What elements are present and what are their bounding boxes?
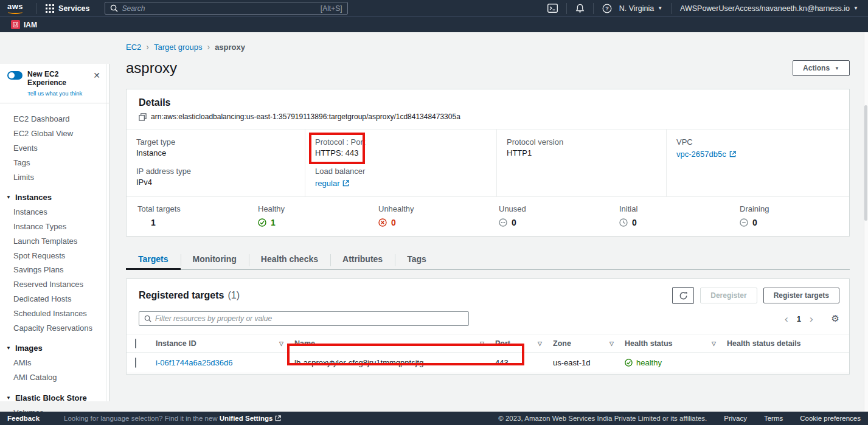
- load-balancer-link[interactable]: regular: [315, 179, 349, 188]
- terms-link[interactable]: Terms: [764, 415, 783, 422]
- target-group-arn: arn:aws:elasticloadbalancing:us-east-1:3…: [151, 112, 460, 121]
- previous-page-icon[interactable]: ‹: [785, 314, 788, 324]
- register-targets-button[interactable]: Register targets: [763, 288, 839, 303]
- sidebar-item-ec2-global-view[interactable]: EC2 Global View: [0, 126, 109, 141]
- sidebar-item-spot-requests[interactable]: Spot Requests: [0, 248, 109, 263]
- sidebar-item-tags[interactable]: Tags: [0, 155, 109, 170]
- vpc-link[interactable]: vpc-2657db5c: [676, 150, 736, 159]
- search-input[interactable]: [122, 4, 321, 13]
- healthy-count: 1: [271, 218, 276, 227]
- column-header-zone: Zone: [553, 339, 571, 348]
- breadcrumb-current: asproxy: [215, 43, 245, 52]
- sidebar-section-elastic-block-store[interactable]: ▼ Elastic Block Store: [0, 390, 109, 406]
- top-navigation-bar: aws Services [Alt+S]: [0, 0, 868, 32]
- field-label: Target type: [136, 137, 295, 147]
- close-icon[interactable]: ✕: [91, 70, 103, 81]
- scrollbar-thumb[interactable]: [864, 105, 867, 221]
- initial-clock-icon: [619, 218, 628, 227]
- new-experience-title: New EC2 Experience: [27, 70, 91, 87]
- filter-icon[interactable]: ▽: [710, 339, 717, 348]
- sidebar-item-limits[interactable]: Limits: [0, 170, 109, 184]
- table-settings-gear-icon[interactable]: ⚙: [832, 313, 839, 324]
- row-checkbox[interactable]: [135, 358, 136, 368]
- privacy-link[interactable]: Privacy: [724, 415, 747, 422]
- target-type-value: Instance: [136, 148, 295, 157]
- sidebar-item-instance-types[interactable]: Instance Types: [0, 219, 109, 234]
- sidebar-item-ami-catalog[interactable]: AMI Catalog: [0, 370, 109, 385]
- breadcrumb-ec2[interactable]: EC2: [126, 43, 141, 52]
- targets-filter-input[interactable]: [155, 314, 464, 323]
- copy-icon[interactable]: [139, 113, 147, 121]
- sidebar-item-scheduled-instances[interactable]: Scheduled Instances: [0, 306, 109, 320]
- total-targets-count: 1: [151, 218, 156, 227]
- healthy-check-icon: [625, 359, 633, 367]
- draining-minus-icon: [740, 218, 748, 227]
- instance-id-link[interactable]: i-06f1744a6a25d36d6: [156, 358, 233, 367]
- health-status-cell: healthy: [636, 358, 662, 367]
- window-scrollbar[interactable]: [864, 32, 868, 412]
- field-label: Protocol : Port: [315, 137, 487, 147]
- region-selector[interactable]: N. Virginia ▼: [616, 4, 666, 13]
- services-menu-button[interactable]: Services: [42, 4, 93, 13]
- aws-logo[interactable]: aws: [7, 3, 23, 14]
- tab-tags[interactable]: Tags: [395, 250, 439, 269]
- account-menu[interactable]: AWSPowerUserAccess/navaneeth.kn@harness.…: [676, 4, 862, 13]
- notifications-bell-button[interactable]: [572, 4, 588, 13]
- target-zone-cell: us-east-1d: [553, 358, 590, 367]
- target-group-tabs: Targets Monitoring Health checks Attribu…: [126, 250, 850, 270]
- details-heading: Details: [127, 89, 849, 108]
- chevron-down-icon: ▼: [6, 345, 11, 351]
- registered-targets-title: Registered targets: [139, 290, 224, 301]
- sidebar-item-ec2-dashboard[interactable]: EC2 Dashboard: [0, 112, 109, 126]
- search-shortcut-hint: [Alt+S]: [321, 4, 342, 13]
- sidebar-item-instances[interactable]: Instances: [0, 205, 109, 219]
- sidebar-item-amis[interactable]: AMIs: [0, 356, 109, 370]
- sidebar-item-reserved-instances[interactable]: Reserved Instances: [0, 277, 109, 292]
- select-all-checkbox[interactable]: [135, 339, 136, 348]
- breadcrumb-target-groups[interactable]: Target groups: [154, 43, 203, 52]
- chevron-down-icon: ▼: [6, 195, 11, 200]
- new-experience-toggle[interactable]: [7, 71, 23, 80]
- tab-health-checks[interactable]: Health checks: [249, 250, 330, 269]
- cookie-preferences-link[interactable]: Cookie preferences: [800, 415, 861, 422]
- stat-label: Unhealthy: [378, 204, 488, 213]
- sidebar-section-instances[interactable]: ▼ Instances: [0, 189, 109, 205]
- feedback-button[interactable]: Feedback: [7, 415, 40, 422]
- refresh-button[interactable]: [672, 287, 694, 304]
- current-page-number[interactable]: 1: [797, 314, 801, 323]
- console-footer: Feedback Looking for language selection?…: [0, 412, 868, 425]
- deregister-button[interactable]: Deregister: [700, 288, 757, 303]
- external-link-icon: [275, 415, 281, 421]
- filter-icon[interactable]: ▽: [536, 339, 543, 348]
- filter-icon[interactable]: ▽: [278, 339, 285, 348]
- unused-count: 0: [512, 218, 516, 227]
- breadcrumb: EC2 › Target groups › asproxy: [126, 42, 850, 52]
- filter-icon[interactable]: ▽: [608, 339, 615, 348]
- sidebar-item-launch-templates[interactable]: Launch Templates: [0, 233, 109, 248]
- global-search-box[interactable]: [Alt+S]: [105, 2, 348, 15]
- unified-settings-link[interactable]: Unified Settings: [220, 415, 273, 422]
- registered-targets-count: (1): [228, 290, 240, 301]
- divider: [36, 3, 37, 14]
- tab-monitoring[interactable]: Monitoring: [181, 250, 249, 269]
- next-page-icon[interactable]: ›: [810, 314, 813, 324]
- favorite-service-iam[interactable]: IAM: [11, 20, 37, 29]
- filter-icon[interactable]: ▽: [479, 339, 485, 348]
- stat-label: Healthy: [258, 204, 367, 213]
- sidebar-section-images[interactable]: ▼ Images: [0, 340, 109, 356]
- feedback-link[interactable]: Tell us what you think: [27, 90, 82, 97]
- sidebar-item-savings-plans[interactable]: Savings Plans: [0, 263, 109, 277]
- copyright-text: © 2023, Amazon Web Services India Privat…: [498, 415, 707, 422]
- cloudshell-button[interactable]: [544, 4, 561, 13]
- initial-count: 0: [632, 218, 637, 227]
- targets-filter-box[interactable]: [139, 311, 469, 326]
- sidebar-item-capacity-reservations[interactable]: Capacity Reservations: [0, 320, 109, 335]
- tab-targets[interactable]: Targets: [126, 250, 181, 269]
- column-header-health-status: Health status: [625, 339, 673, 348]
- actions-button[interactable]: Actions ▼: [793, 60, 850, 76]
- tab-attributes[interactable]: Attributes: [330, 250, 395, 269]
- sidebar-item-events[interactable]: Events: [0, 141, 109, 156]
- help-button[interactable]: ?: [599, 4, 616, 13]
- target-health-summary: Total targets 1 Healthy 1 Unhealthy 0: [127, 196, 849, 236]
- sidebar-item-dedicated-hosts[interactable]: Dedicated Hosts: [0, 292, 109, 306]
